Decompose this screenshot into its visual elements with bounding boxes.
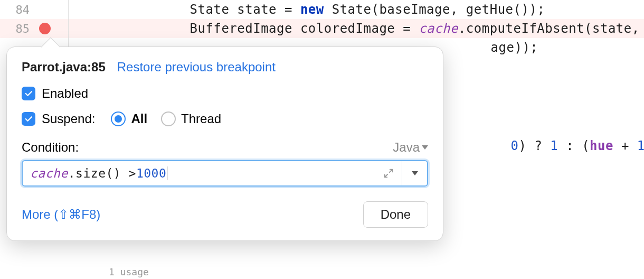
text-cursor-icon: [167, 166, 167, 180]
expand-condition-button[interactable]: [375, 161, 402, 185]
line-number: 85: [0, 22, 37, 35]
gutter-breakpoint-area[interactable]: [37, 19, 69, 38]
breakpoint-location-title: Parrot.java:85: [22, 60, 106, 75]
condition-label: Condition:: [22, 140, 79, 155]
code-token: +: [613, 138, 637, 153]
condition-header-row: Condition: Java: [22, 140, 428, 155]
suspend-label: Suspend:: [42, 111, 95, 126]
suspend-radio-group: All Thread: [111, 111, 221, 126]
restore-previous-breakpoint-link[interactable]: Restore previous breakpoint: [117, 60, 276, 75]
code-token: ) ?: [519, 138, 551, 153]
popover-title-row: Parrot.java:85 Restore previous breakpoi…: [22, 60, 428, 75]
suspend-all-label: All: [131, 111, 147, 126]
usage-count[interactable]: 1 usage: [0, 266, 149, 277]
language-label: Java: [393, 140, 420, 155]
code-token-num: 0: [511, 138, 519, 153]
suspend-row: Suspend: All Thread: [22, 111, 428, 126]
line-number: 84: [0, 3, 37, 16]
code-token: : (: [558, 138, 590, 153]
condition-field: cache.size() > 1000: [22, 160, 428, 187]
code-token-num: 1: [550, 138, 558, 153]
enabled-checkbox[interactable]: [22, 87, 35, 100]
suspend-thread-radio[interactable]: [161, 111, 176, 126]
code-token-num: 1000: [136, 166, 166, 180]
code-area: 84 State state = new State(baseImage, ge…: [0, 0, 644, 38]
radio-dot-icon: [115, 115, 122, 123]
done-button[interactable]: Done: [363, 201, 428, 228]
suspend-all-radio[interactable]: [111, 111, 126, 126]
enabled-row: Enabled: [22, 86, 428, 101]
caret-down-icon: [422, 145, 428, 150]
expand-icon: [383, 168, 394, 179]
condition-history-dropdown[interactable]: [402, 161, 427, 185]
code-token: .size() >: [68, 166, 136, 180]
checkmark-icon: [24, 89, 33, 98]
breakpoint-icon[interactable]: [39, 23, 51, 34]
suspend-checkbox[interactable]: [22, 112, 35, 126]
condition-language-dropdown[interactable]: Java: [393, 140, 428, 155]
gutter-breakpoint-area[interactable]: [37, 0, 69, 19]
code-token-num: 1: [637, 138, 644, 153]
suspend-thread-label: Thread: [181, 111, 221, 126]
code-token-field: cache: [30, 166, 68, 180]
code-token: age));: [491, 40, 538, 55]
enabled-label: Enabled: [42, 86, 88, 101]
breakpoint-popover: Parrot.java:85 Restore previous breakpoi…: [6, 46, 443, 241]
condition-input[interactable]: cache.size() > 1000: [23, 161, 375, 185]
popover-footer: More (⇧⌘F8) Done: [22, 201, 428, 228]
caret-down-icon: [412, 171, 418, 175]
more-options-link[interactable]: More (⇧⌘F8): [22, 207, 100, 222]
code-token-field: hue: [590, 138, 613, 153]
checkmark-icon: [24, 114, 33, 124]
